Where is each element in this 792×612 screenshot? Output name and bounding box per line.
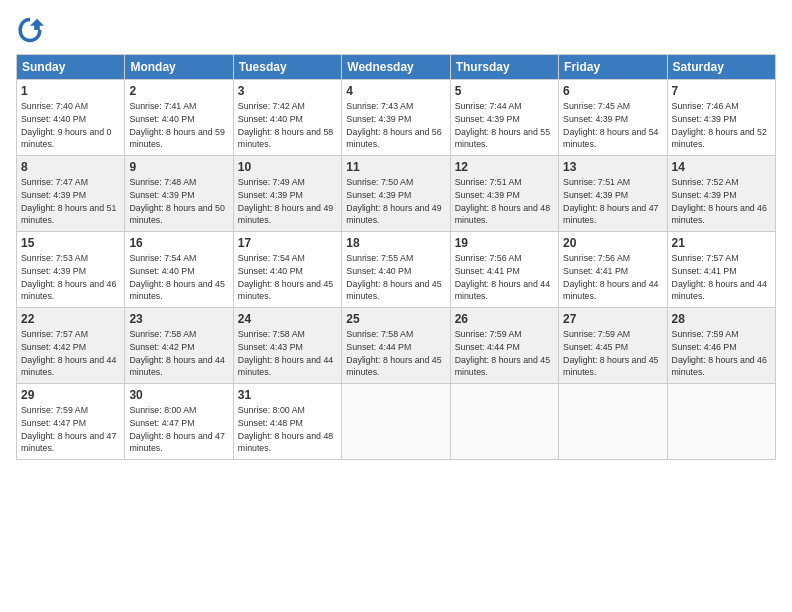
day-number: 1 — [21, 84, 120, 98]
calendar-cell: 22 Sunrise: 7:57 AMSunset: 4:42 PMDaylig… — [17, 308, 125, 384]
calendar-cell: 10 Sunrise: 7:49 AMSunset: 4:39 PMDaylig… — [233, 156, 341, 232]
day-info: Sunrise: 7:47 AMSunset: 4:39 PMDaylight:… — [21, 176, 120, 227]
day-info: Sunrise: 7:56 AMSunset: 4:41 PMDaylight:… — [455, 252, 554, 303]
calendar-cell: 6 Sunrise: 7:45 AMSunset: 4:39 PMDayligh… — [559, 80, 667, 156]
day-info: Sunrise: 7:44 AMSunset: 4:39 PMDaylight:… — [455, 100, 554, 151]
calendar-cell — [342, 384, 450, 460]
day-number: 15 — [21, 236, 120, 250]
day-number: 26 — [455, 312, 554, 326]
day-info: Sunrise: 7:50 AMSunset: 4:39 PMDaylight:… — [346, 176, 445, 227]
day-number: 30 — [129, 388, 228, 402]
day-info: Sunrise: 7:59 AMSunset: 4:44 PMDaylight:… — [455, 328, 554, 379]
calendar-week-4: 22 Sunrise: 7:57 AMSunset: 4:42 PMDaylig… — [17, 308, 776, 384]
calendar-cell: 30 Sunrise: 8:00 AMSunset: 4:47 PMDaylig… — [125, 384, 233, 460]
day-number: 29 — [21, 388, 120, 402]
calendar-cell: 13 Sunrise: 7:51 AMSunset: 4:39 PMDaylig… — [559, 156, 667, 232]
calendar-cell: 28 Sunrise: 7:59 AMSunset: 4:46 PMDaylig… — [667, 308, 775, 384]
calendar-cell: 18 Sunrise: 7:55 AMSunset: 4:40 PMDaylig… — [342, 232, 450, 308]
logo — [16, 16, 46, 44]
day-info: Sunrise: 7:48 AMSunset: 4:39 PMDaylight:… — [129, 176, 228, 227]
calendar-week-1: 1 Sunrise: 7:40 AMSunset: 4:40 PMDayligh… — [17, 80, 776, 156]
day-number: 19 — [455, 236, 554, 250]
day-number: 25 — [346, 312, 445, 326]
header-friday: Friday — [559, 55, 667, 80]
day-info: Sunrise: 7:45 AMSunset: 4:39 PMDaylight:… — [563, 100, 662, 151]
calendar-cell: 1 Sunrise: 7:40 AMSunset: 4:40 PMDayligh… — [17, 80, 125, 156]
day-number: 5 — [455, 84, 554, 98]
day-number: 22 — [21, 312, 120, 326]
calendar-cell: 27 Sunrise: 7:59 AMSunset: 4:45 PMDaylig… — [559, 308, 667, 384]
calendar-cell: 7 Sunrise: 7:46 AMSunset: 4:39 PMDayligh… — [667, 80, 775, 156]
day-number: 9 — [129, 160, 228, 174]
day-number: 8 — [21, 160, 120, 174]
day-info: Sunrise: 8:00 AMSunset: 4:48 PMDaylight:… — [238, 404, 337, 455]
day-info: Sunrise: 7:58 AMSunset: 4:42 PMDaylight:… — [129, 328, 228, 379]
calendar-cell: 9 Sunrise: 7:48 AMSunset: 4:39 PMDayligh… — [125, 156, 233, 232]
calendar-cell: 26 Sunrise: 7:59 AMSunset: 4:44 PMDaylig… — [450, 308, 558, 384]
calendar-cell: 12 Sunrise: 7:51 AMSunset: 4:39 PMDaylig… — [450, 156, 558, 232]
header-saturday: Saturday — [667, 55, 775, 80]
header-thursday: Thursday — [450, 55, 558, 80]
calendar-cell: 23 Sunrise: 7:58 AMSunset: 4:42 PMDaylig… — [125, 308, 233, 384]
day-info: Sunrise: 7:59 AMSunset: 4:45 PMDaylight:… — [563, 328, 662, 379]
calendar-cell: 31 Sunrise: 8:00 AMSunset: 4:48 PMDaylig… — [233, 384, 341, 460]
header-monday: Monday — [125, 55, 233, 80]
day-number: 17 — [238, 236, 337, 250]
day-number: 31 — [238, 388, 337, 402]
calendar-week-5: 29 Sunrise: 7:59 AMSunset: 4:47 PMDaylig… — [17, 384, 776, 460]
day-number: 24 — [238, 312, 337, 326]
calendar-cell — [667, 384, 775, 460]
calendar-cell: 15 Sunrise: 7:53 AMSunset: 4:39 PMDaylig… — [17, 232, 125, 308]
calendar-cell: 29 Sunrise: 7:59 AMSunset: 4:47 PMDaylig… — [17, 384, 125, 460]
calendar-table: SundayMondayTuesdayWednesdayThursdayFrid… — [16, 54, 776, 460]
day-info: Sunrise: 7:54 AMSunset: 4:40 PMDaylight:… — [129, 252, 228, 303]
day-info: Sunrise: 7:53 AMSunset: 4:39 PMDaylight:… — [21, 252, 120, 303]
day-number: 23 — [129, 312, 228, 326]
day-number: 28 — [672, 312, 771, 326]
day-info: Sunrise: 7:51 AMSunset: 4:39 PMDaylight:… — [455, 176, 554, 227]
day-info: Sunrise: 8:00 AMSunset: 4:47 PMDaylight:… — [129, 404, 228, 455]
day-number: 21 — [672, 236, 771, 250]
day-info: Sunrise: 7:43 AMSunset: 4:39 PMDaylight:… — [346, 100, 445, 151]
day-info: Sunrise: 7:57 AMSunset: 4:42 PMDaylight:… — [21, 328, 120, 379]
day-number: 18 — [346, 236, 445, 250]
header-wednesday: Wednesday — [342, 55, 450, 80]
calendar-cell: 14 Sunrise: 7:52 AMSunset: 4:39 PMDaylig… — [667, 156, 775, 232]
calendar-cell: 24 Sunrise: 7:58 AMSunset: 4:43 PMDaylig… — [233, 308, 341, 384]
day-info: Sunrise: 7:42 AMSunset: 4:40 PMDaylight:… — [238, 100, 337, 151]
day-number: 14 — [672, 160, 771, 174]
logo-icon — [16, 16, 44, 44]
day-info: Sunrise: 7:55 AMSunset: 4:40 PMDaylight:… — [346, 252, 445, 303]
day-number: 13 — [563, 160, 662, 174]
day-info: Sunrise: 7:57 AMSunset: 4:41 PMDaylight:… — [672, 252, 771, 303]
day-info: Sunrise: 7:40 AMSunset: 4:40 PMDaylight:… — [21, 100, 120, 151]
calendar-header-row: SundayMondayTuesdayWednesdayThursdayFrid… — [17, 55, 776, 80]
day-info: Sunrise: 7:49 AMSunset: 4:39 PMDaylight:… — [238, 176, 337, 227]
day-number: 4 — [346, 84, 445, 98]
calendar-cell: 25 Sunrise: 7:58 AMSunset: 4:44 PMDaylig… — [342, 308, 450, 384]
day-info: Sunrise: 7:58 AMSunset: 4:43 PMDaylight:… — [238, 328, 337, 379]
day-number: 20 — [563, 236, 662, 250]
header-sunday: Sunday — [17, 55, 125, 80]
day-info: Sunrise: 7:58 AMSunset: 4:44 PMDaylight:… — [346, 328, 445, 379]
day-info: Sunrise: 7:54 AMSunset: 4:40 PMDaylight:… — [238, 252, 337, 303]
day-number: 7 — [672, 84, 771, 98]
day-number: 12 — [455, 160, 554, 174]
calendar-cell: 2 Sunrise: 7:41 AMSunset: 4:40 PMDayligh… — [125, 80, 233, 156]
day-number: 6 — [563, 84, 662, 98]
svg-marker-0 — [30, 19, 44, 30]
day-number: 3 — [238, 84, 337, 98]
day-number: 2 — [129, 84, 228, 98]
calendar-cell: 8 Sunrise: 7:47 AMSunset: 4:39 PMDayligh… — [17, 156, 125, 232]
day-info: Sunrise: 7:56 AMSunset: 4:41 PMDaylight:… — [563, 252, 662, 303]
calendar-cell: 20 Sunrise: 7:56 AMSunset: 4:41 PMDaylig… — [559, 232, 667, 308]
day-number: 10 — [238, 160, 337, 174]
header-tuesday: Tuesday — [233, 55, 341, 80]
day-info: Sunrise: 7:52 AMSunset: 4:39 PMDaylight:… — [672, 176, 771, 227]
day-number: 16 — [129, 236, 228, 250]
page-container: SundayMondayTuesdayWednesdayThursdayFrid… — [0, 0, 792, 612]
calendar-cell: 4 Sunrise: 7:43 AMSunset: 4:39 PMDayligh… — [342, 80, 450, 156]
calendar-cell: 21 Sunrise: 7:57 AMSunset: 4:41 PMDaylig… — [667, 232, 775, 308]
day-info: Sunrise: 7:41 AMSunset: 4:40 PMDaylight:… — [129, 100, 228, 151]
header — [16, 16, 776, 44]
